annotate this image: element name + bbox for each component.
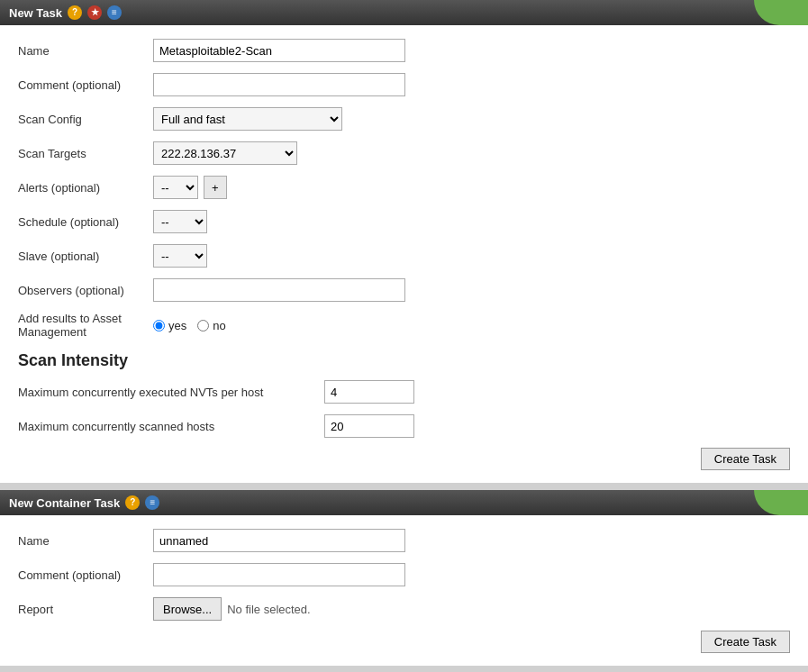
- observers-row: Observers (optional): [18, 277, 790, 303]
- asset-yes-label[interactable]: yes: [153, 319, 186, 332]
- scan-intensity-title: Scan Intensity: [18, 351, 790, 370]
- asset-label: Add results to Asset Management: [18, 312, 153, 339]
- schedule-control: --: [153, 210, 207, 233]
- new-container-task-title: New Container Task: [9, 496, 120, 510]
- new-task-green-corner: [754, 0, 808, 25]
- comment-label: Comment (optional): [18, 78, 153, 92]
- add-alert-button[interactable]: +: [204, 176, 227, 199]
- alerts-label: Alerts (optional): [18, 181, 153, 195]
- new-container-task-header: New Container Task ? ≡: [0, 490, 808, 515]
- new-task-question-icon[interactable]: ?: [68, 5, 82, 20]
- new-task-list-icon[interactable]: ≡: [107, 5, 122, 20]
- scan-config-label: Scan Config: [18, 113, 153, 126]
- scan-targets-label: Scan Targets: [18, 147, 153, 160]
- asset-control: yes no: [153, 319, 226, 332]
- nvts-row: Maximum concurrently executed NVTs per h…: [18, 379, 790, 404]
- slave-select[interactable]: --: [153, 244, 207, 268]
- hosts-input[interactable]: [324, 414, 414, 438]
- observers-input[interactable]: [153, 278, 405, 302]
- name-control: [153, 39, 405, 62]
- scan-config-control: Full and fast Full and fast ultimate Ful…: [153, 107, 342, 131]
- scan-config-select[interactable]: Full and fast Full and fast ultimate Ful…: [153, 107, 342, 131]
- name-label: Name: [18, 44, 153, 58]
- slave-control: --: [153, 244, 207, 268]
- asset-no-text: no: [213, 319, 225, 332]
- container-comment-row: Comment (optional): [18, 562, 790, 587]
- new-task-panel: New Task ? ★ ≡ Name Comment (optional) S…: [0, 0, 808, 483]
- new-task-header: New Task ? ★ ≡: [0, 0, 808, 25]
- scan-config-row: Scan Config Full and fast Full and fast …: [18, 106, 790, 132]
- hosts-label: Maximum concurrently scanned hosts: [18, 420, 324, 433]
- panel-separator: [0, 483, 808, 490]
- scan-targets-row: Scan Targets 222.28.136.37: [18, 141, 790, 166]
- asset-row: Add results to Asset Management yes no: [18, 312, 790, 339]
- create-task-button[interactable]: Create Task: [701, 448, 790, 470]
- schedule-row: Schedule (optional) --: [18, 209, 790, 234]
- container-question-icon[interactable]: ?: [125, 495, 140, 510]
- new-container-task-panel: New Container Task ? ≡ Name Comment (opt…: [0, 490, 808, 666]
- container-name-row: Name: [18, 528, 790, 553]
- new-container-task-body: Name Comment (optional) Report Browse...…: [0, 515, 808, 666]
- schedule-select[interactable]: --: [153, 210, 207, 233]
- no-file-label: No file selected.: [227, 603, 311, 616]
- slave-row: Slave (optional) --: [18, 243, 790, 268]
- container-comment-input[interactable]: [153, 563, 405, 586]
- asset-no-label[interactable]: no: [197, 319, 225, 332]
- report-row: Report Browse... No file selected.: [18, 596, 790, 622]
- browse-button[interactable]: Browse...: [153, 597, 222, 621]
- observers-label: Observers (optional): [18, 284, 153, 297]
- asset-yes-text: yes: [168, 319, 186, 332]
- nvts-control: [324, 380, 414, 404]
- name-row: Name: [18, 38, 790, 63]
- new-task-body: Name Comment (optional) Scan Config Full…: [0, 25, 808, 483]
- scan-targets-select[interactable]: 222.28.136.37: [153, 141, 297, 165]
- report-label: Report: [18, 603, 153, 616]
- scan-targets-control: 222.28.136.37: [153, 141, 297, 165]
- container-list-icon[interactable]: ≡: [145, 495, 159, 510]
- container-name-label: Name: [18, 534, 153, 548]
- alerts-row: Alerts (optional) -- +: [18, 175, 790, 200]
- report-control: Browse... No file selected.: [153, 597, 311, 621]
- hosts-row: Maximum concurrently scanned hosts: [18, 413, 790, 439]
- name-input[interactable]: [153, 39, 405, 62]
- nvts-input[interactable]: [324, 380, 414, 404]
- schedule-label: Schedule (optional): [18, 215, 153, 229]
- alerts-control: -- +: [153, 176, 227, 199]
- comment-control: [153, 73, 405, 96]
- new-task-title: New Task: [9, 6, 62, 20]
- asset-yes-radio[interactable]: [153, 320, 165, 331]
- asset-no-radio[interactable]: [197, 320, 209, 331]
- container-name-control: [153, 529, 405, 552]
- alerts-select[interactable]: --: [153, 176, 198, 199]
- container-green-corner: [754, 490, 808, 515]
- hosts-control: [324, 414, 414, 438]
- observers-control: [153, 278, 405, 302]
- slave-label: Slave (optional): [18, 250, 153, 263]
- container-name-input[interactable]: [153, 529, 405, 552]
- comment-row: Comment (optional): [18, 72, 790, 97]
- container-create-task-button[interactable]: Create Task: [701, 631, 790, 653]
- new-task-star-icon[interactable]: ★: [87, 5, 102, 20]
- container-comment-control: [153, 563, 405, 586]
- comment-input[interactable]: [153, 73, 405, 96]
- container-comment-label: Comment (optional): [18, 568, 153, 582]
- nvts-label: Maximum concurrently executed NVTs per h…: [18, 386, 324, 399]
